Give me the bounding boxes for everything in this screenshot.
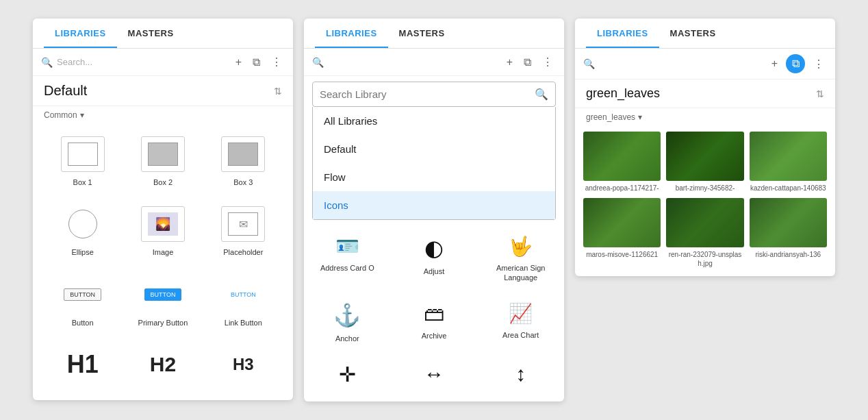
image-caption: riski-andriansyah-136 [750,250,827,259]
list-item[interactable]: BUTTON Link Button [205,270,282,334]
left-search-input[interactable] [57,57,227,67]
list-item[interactable]: H3 [205,340,282,389]
item-label: Image [153,247,174,257]
section-arrow: ▾ [638,112,642,122]
add-button[interactable]: + [504,55,515,70]
link-button-preview: BUTTON [221,277,265,312]
list-item[interactable]: ren-ran-232079-unsplash.jpg [666,198,743,268]
dropdown-item-all-libraries[interactable]: All Libraries [313,107,555,135]
image-thumbnail [750,198,827,247]
search-icon: 🔍 [583,58,595,69]
list-item[interactable]: maros-misove-1126621 [583,198,661,268]
left-library-select[interactable]: Default ⇅ [33,76,293,106]
list-item[interactable]: H1 [44,340,121,389]
asl-icon: 🤟 [509,235,533,258]
list-item[interactable]: Ellipse [44,199,121,264]
dropdown-item-default[interactable]: Default [313,135,555,163]
list-item[interactable]: riski-andriansyah-136 [750,198,827,268]
list-item[interactable]: 🪪 Address Card O [304,225,391,293]
h1-preview: H1 [61,347,105,382]
image-thumbnail [666,198,743,247]
left-tab-masters[interactable]: MASTERS [117,18,185,48]
box3-preview [221,136,265,172]
anchor-icon: ⚓ [333,302,361,328]
right-tab-masters[interactable]: MASTERS [659,18,727,48]
image-thumbnail [666,132,743,181]
left-tab-libraries[interactable]: LIBRARIES [44,18,117,48]
list-item[interactable]: ↔ [391,353,478,402]
list-item[interactable]: ◐ Adjust [391,225,478,293]
left-panel-content: Box 1 Box 2 Box 3 Ellipse [33,124,293,400]
list-item[interactable]: 🗃 Archive [391,293,478,353]
primary-button-shape: BUTTON [144,288,182,301]
list-item[interactable]: andreea-popa-1174217- [583,132,661,193]
button-preview: BUTTON [61,277,105,312]
icon-label: Adjust [424,267,445,276]
middle-tab-masters[interactable]: MASTERS [388,18,456,48]
list-item[interactable]: Box 3 [205,129,282,194]
list-item[interactable]: ✉ Placeholder [205,199,282,264]
right-search-area: 🔍 [583,58,763,69]
item-label: Button [72,318,94,328]
list-item[interactable]: 📈 Area Chart [477,293,564,353]
list-item[interactable]: ⚓ Anchor [304,293,391,353]
list-item[interactable]: ↕ [477,353,564,402]
list-item[interactable]: Box 2 [124,129,201,194]
list-item[interactable]: BUTTON Button [44,270,121,334]
image-caption: ren-ran-232079-unsplash.jpg [666,250,743,268]
right-toolbar: 🔍 + ⧉ ⋮ [575,49,835,79]
left-section-header: Common ▾ [33,106,293,124]
middle-search-area: 🔍 [312,57,498,68]
list-item[interactable]: Box 1 [44,129,121,194]
icon-label: Area Chart [502,330,539,340]
middle-tab-libraries[interactable]: LIBRARIES [315,18,388,48]
right-tab-libraries[interactable]: LIBRARIES [586,18,659,48]
list-item[interactable]: ✛ [304,353,391,402]
middle-panel-tabs: LIBRARIES MASTERS [304,18,564,49]
box2-preview [141,136,185,172]
left-library-name: Default [44,83,87,99]
primary-button-preview: BUTTON [141,277,185,312]
right-panel: LIBRARIES MASTERS 🔍 + ⧉ ⋮ green_leaves ⇅… [575,18,835,276]
duplicate-button-active[interactable]: ⧉ [786,54,805,73]
arrows-icon: ✛ [339,362,356,386]
image-thumbnail [583,198,661,247]
dropdown-item-flow[interactable]: Flow [313,163,555,191]
library-dropdown: All Libraries Default Flow Icons [312,107,556,220]
list-item[interactable]: kazden-cattapan-140683 [750,132,827,193]
list-item[interactable]: BUTTON Primary Button [124,270,201,334]
image-caption: maros-misove-1126621 [583,250,661,259]
image-caption: kazden-cattapan-140683 [750,184,827,193]
box1-preview [61,136,105,172]
more-button[interactable]: ⋮ [539,54,556,70]
duplicate-button[interactable]: ⧉ [250,55,263,70]
image-thumbnail [583,132,661,181]
icon-label: Archive [422,331,447,341]
library-search-input[interactable] [320,88,535,100]
image-caption: bart-zimny-345682- [666,184,743,193]
box-shape [68,143,98,166]
add-button[interactable]: + [769,56,780,71]
area-chart-icon: 📈 [509,302,533,325]
middle-toolbar: 🔍 + ⧉ ⋮ [304,49,564,76]
arrow-v-icon: ↕ [515,362,526,386]
box-shape [228,143,258,166]
arrow-h-icon: ↔ [424,362,444,386]
h2-shape: H2 [150,353,176,376]
item-label: Box 1 [73,177,92,187]
h2-preview: H2 [141,347,185,382]
active-search-bar[interactable]: 🔍 [312,82,556,107]
panels-container: LIBRARIES MASTERS 🔍 + ⧉ ⋮ Default ⇅ Comm… [33,18,835,402]
add-button[interactable]: + [233,55,244,70]
icon-label: Anchor [335,334,359,343]
right-library-select[interactable]: green_leaves ⇅ [575,79,835,108]
list-item[interactable]: H2 [124,340,201,389]
more-button[interactable]: ⋮ [810,56,827,72]
duplicate-button[interactable]: ⧉ [521,55,534,70]
item-label: Primary Button [138,318,188,328]
more-button[interactable]: ⋮ [268,54,285,70]
list-item[interactable]: bart-zimny-345682- [666,132,743,193]
list-item[interactable]: 🤟 American Sign Language [477,225,564,293]
dropdown-item-icons[interactable]: Icons [313,191,555,219]
list-item[interactable]: 🌄 Image [124,199,201,264]
